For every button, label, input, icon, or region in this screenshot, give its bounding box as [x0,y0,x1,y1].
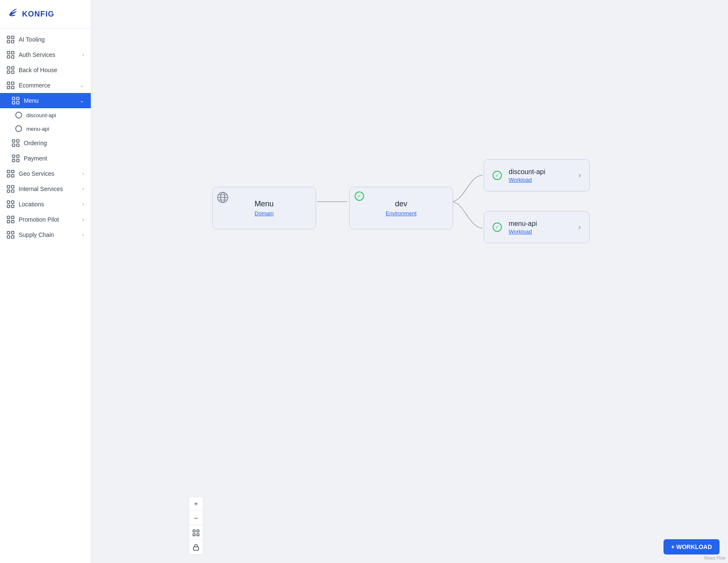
grid-icon-boh [7,66,14,74]
sidebar-item-ai-tooling-label: AI Tooling [19,36,45,43]
sidebar-item-ecommerce[interactable]: Ecommerce ⌄ [0,78,91,93]
sidebar: KONFIG AI Tooling Auth Services › [0,0,91,563]
chevron-down-icon-menu: ⌄ [80,98,84,104]
svg-rect-42 [7,220,10,223]
fit-view-button[interactable] [189,526,203,540]
svg-rect-6 [7,56,10,58]
discount-api-subtitle[interactable]: Workload [509,177,532,183]
menu-api-chevron-icon: › [579,223,581,231]
sidebar-item-locations[interactable]: Locations › [0,197,91,212]
svg-rect-58 [193,547,199,550]
grid-icon-ordering [12,139,20,147]
svg-rect-24 [12,155,15,158]
svg-rect-10 [7,71,10,73]
zoom-out-button[interactable]: − [189,512,203,525]
fit-icon [193,529,199,536]
svg-rect-55 [197,530,199,532]
menu-api-title: menu-api [509,220,537,228]
grid-icon-payment [12,155,20,162]
svg-rect-33 [11,186,14,188]
sidebar-item-geo-services[interactable]: Geo Services › [0,166,91,181]
sidebar-item-ecommerce-label: Ecommerce [19,82,50,89]
svg-rect-5 [11,51,14,54]
svg-rect-14 [7,86,10,89]
svg-rect-38 [7,205,10,208]
dev-node-subtitle[interactable]: Environment [386,210,417,217]
svg-rect-40 [7,216,10,219]
sidebar-item-ordering[interactable]: Ordering [0,135,91,151]
sidebar-item-menu[interactable]: Menu ⌄ [0,93,91,108]
sidebar-subitem-discount-api[interactable]: discount-api [0,108,91,122]
svg-rect-27 [17,159,19,162]
canvas-controls: + − [189,497,203,555]
grid-icon-menu [12,97,20,104]
discount-api-workload-node[interactable]: ✓ discount-api Workload › [484,159,590,191]
svg-rect-26 [12,159,15,162]
chevron-right-icon-geo: › [82,171,84,177]
sidebar-item-internal-services[interactable]: Internal Services › [0,181,91,197]
menu-node-subtitle[interactable]: Domain [255,210,274,217]
chevron-right-icon-supply: › [82,232,84,238]
svg-rect-29 [11,170,14,173]
svg-rect-19 [17,101,19,104]
sidebar-item-back-of-house[interactable]: Back of House [0,62,91,78]
svg-rect-23 [17,144,19,146]
sidebar-item-promotion-pilot-label: Promotion Pilot [19,216,59,223]
svg-rect-1 [11,36,14,39]
menu-api-workload-node[interactable]: ✓ menu-api Workload › [484,211,590,243]
svg-rect-9 [11,67,14,69]
sidebar-item-promotion-pilot[interactable]: Promotion Pilot › [0,212,91,227]
svg-rect-36 [7,201,10,203]
menu-api-subtitle[interactable]: Workload [509,228,532,235]
grid-icon-promotion [7,216,14,223]
dev-node-title: dev [395,200,407,208]
sidebar-item-payment[interactable]: Payment [0,151,91,166]
sidebar-nav: AI Tooling Auth Services › Back of House [0,28,91,246]
svg-rect-11 [11,71,14,73]
svg-rect-28 [7,170,10,173]
svg-rect-32 [7,186,10,188]
zoom-in-button[interactable]: + [189,497,203,511]
svg-rect-13 [11,82,14,84]
chevron-down-icon-ecommerce: ⌄ [80,82,84,88]
svg-rect-3 [11,40,14,43]
sidebar-item-ai-tooling[interactable]: AI Tooling [0,32,91,47]
lock-icon [193,544,199,551]
chevron-right-icon-internal: › [82,186,84,192]
svg-rect-18 [12,101,15,104]
grid-icon-ecommerce [7,82,14,89]
svg-rect-43 [11,220,14,223]
svg-rect-4 [7,51,10,54]
sidebar-subitem-menu-api-label: menu-api [26,126,49,132]
svg-rect-34 [7,190,10,192]
sidebar-item-supply-chain[interactable]: Supply Chain › [0,227,91,242]
sidebar-item-payment-label: Payment [24,155,47,162]
sidebar-subitem-menu-api[interactable]: menu-api [0,122,91,135]
sidebar-item-menu-label: Menu [24,97,39,104]
svg-rect-20 [12,140,15,142]
env-status-icon: ✓ [355,191,364,201]
svg-rect-22 [12,144,15,146]
svg-rect-16 [12,97,15,100]
add-workload-button[interactable]: + WORKLOAD [664,539,720,555]
sidebar-item-auth-services-label: Auth Services [19,51,55,58]
grid-icon-locations [7,200,14,208]
sidebar-item-geo-services-label: Geo Services [19,170,54,177]
sidebar-subitem-discount-api-label: discount-api [26,112,56,118]
svg-rect-21 [17,140,19,142]
lock-button[interactable] [189,540,203,554]
svg-rect-54 [193,530,195,532]
sidebar-item-auth-services[interactable]: Auth Services › [0,47,91,62]
dev-env-node[interactable]: ✓ dev Environment [349,187,453,229]
svg-rect-41 [11,216,14,219]
menu-domain-node[interactable]: Menu Domain [212,187,316,229]
svg-rect-17 [17,97,19,100]
grid-icon-supply [7,231,14,239]
svg-rect-47 [11,236,14,238]
svg-rect-7 [11,56,14,58]
svg-rect-25 [17,155,19,158]
main-content: Menu Domain ✓ dev Environment ✓ discount… [91,0,728,563]
discount-api-title: discount-api [509,168,545,176]
react-flow-watermark: React Flow [704,556,725,560]
flow-canvas[interactable]: Menu Domain ✓ dev Environment ✓ discount… [91,0,728,563]
